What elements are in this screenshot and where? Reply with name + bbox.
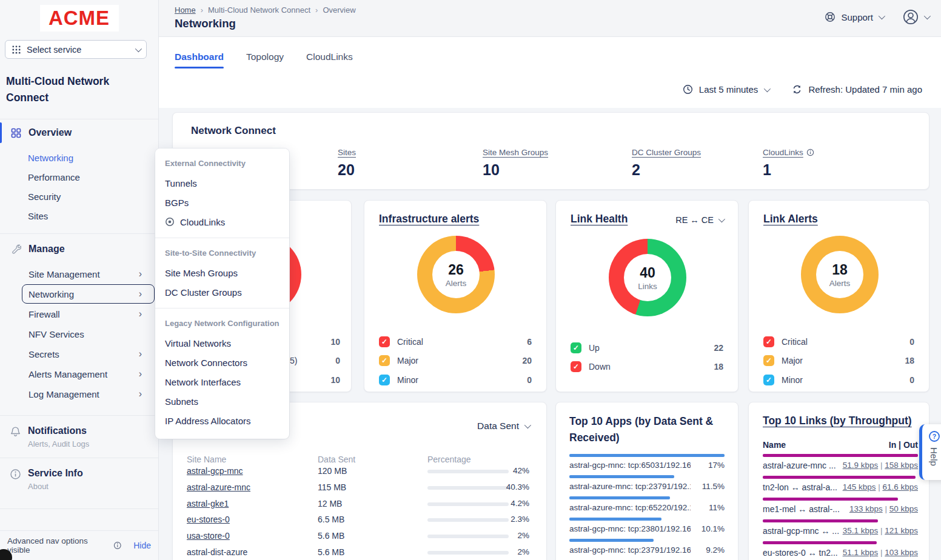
legend-checkbox[interactable]: ✓	[763, 336, 774, 347]
support-button[interactable]: Support	[841, 12, 873, 22]
flyout-menu-item[interactable]: Site Mesh Groups	[155, 263, 289, 282]
help-question-icon: ?	[928, 430, 940, 442]
legend-checkbox[interactable]: ✓	[379, 375, 390, 385]
link-out-value[interactable]: 121 kbps	[885, 526, 918, 535]
link-in-value[interactable]: 145 kbps	[843, 482, 876, 492]
flyout-menu-item[interactable]: Network Interfaces	[155, 372, 289, 392]
links-table-header: Name In | Out	[763, 440, 918, 450]
link-health-donut[interactable]: 40 Links	[609, 239, 686, 316]
acme-logo[interactable]: ACME	[40, 5, 119, 32]
sidebar-overview-item[interactable]: Security	[0, 187, 158, 206]
sidebar-item-label: NFV Services	[28, 329, 84, 339]
link-alerts-legend: ✓ Critical 0 ✓ Major 18 ✓ Minor 0	[763, 332, 914, 390]
site-name-link[interactable]: usa-store-0	[187, 531, 230, 541]
flyout-section-items: Virtual Networks Network Connectors Netw…	[155, 333, 289, 430]
sidebar-overview-item[interactable]: Performance	[0, 167, 158, 187]
flyout-menu-item[interactable]: Tunnels	[155, 173, 289, 193]
top-links-title[interactable]: Top 10 Links (by Throughput)	[763, 415, 912, 427]
stat-label-link[interactable]: Site Mesh Groups	[483, 148, 548, 157]
link-name: astral-gcp-mnc ↔ ...	[763, 526, 839, 536]
legend-checkbox[interactable]: ✓	[763, 355, 774, 366]
top-apps-card: Top 10 Apps (by Data Sent & Received) as…	[555, 402, 738, 560]
stat-label-link[interactable]: DC Cluster Groups	[632, 148, 701, 157]
tab[interactable]: Dashboard	[175, 52, 224, 68]
flyout-menu-item[interactable]: DC Cluster Groups	[155, 282, 289, 302]
link-out-value[interactable]: 158 kbps	[885, 461, 918, 470]
refresh-status[interactable]: Refresh: Updated 7 min ago	[808, 84, 922, 95]
breadcrumb-item[interactable]: Overview	[323, 5, 355, 15]
service-info-label: Service Info	[0, 468, 158, 479]
link-out-value[interactable]: 103 kbps	[885, 548, 918, 557]
chevron-down-icon[interactable]	[879, 13, 885, 19]
legend-checkbox[interactable]: ✓	[379, 355, 390, 366]
donut-center-value: 18	[832, 262, 848, 278]
sidebar-manage-item[interactable]: Networking ›	[22, 284, 155, 304]
site-name-link[interactable]: astral-gke1	[187, 499, 229, 508]
legend-row: ✓ Major 18	[763, 352, 914, 371]
tab[interactable]: Topology	[246, 52, 284, 68]
link-in-value[interactable]: 133 kbps	[849, 504, 883, 513]
chevron-down-icon[interactable]	[924, 13, 931, 19]
link-health-filter[interactable]: RE ↔ CE	[675, 215, 723, 225]
hide-nav-button[interactable]: Hide	[133, 541, 151, 550]
sidebar-manage-item[interactable]: Alerts Management ›	[22, 364, 155, 384]
legend-checkbox[interactable]: ✓	[571, 361, 581, 372]
flyout-menu-item[interactable]: CloudLinks	[155, 212, 289, 232]
help-tab[interactable]: ? Help	[919, 424, 941, 480]
flyout-menu-item[interactable]: Virtual Networks	[155, 333, 289, 353]
sidebar-manage-item[interactable]: Secrets ›	[22, 344, 155, 364]
infrastructure-alerts-donut[interactable]: 26 Alerts	[417, 236, 495, 313]
link-in-value[interactable]: 35.1 kbps	[843, 526, 879, 535]
link-out-value[interactable]: 61.6 kbps	[882, 482, 918, 492]
legend-checkbox[interactable]: ✓	[763, 375, 774, 385]
sidebar-manage-item[interactable]: Log Management ›	[22, 384, 155, 404]
legend-checkbox[interactable]: ✓	[379, 336, 390, 347]
stat-label-link[interactable]: Sites	[338, 148, 356, 157]
legend-value: 0	[909, 337, 914, 347]
site-data-sent: 115 MB	[318, 482, 346, 492]
stat-value: 2	[632, 161, 701, 179]
link-health-title[interactable]: Link Health	[571, 213, 628, 225]
list-item: eu-stores-0 ↔ tn2... 51.1 kbps | 103 kbp…	[763, 541, 918, 558]
flyout-menu-item[interactable]: Subnets	[155, 392, 289, 411]
help-tab-label: Help	[929, 447, 939, 466]
stat-label-link[interactable]: CloudLinks	[763, 148, 814, 157]
sites-metric-filter[interactable]: Data Sent	[477, 421, 529, 432]
flyout-section: Site-to-Site Connectivity Site Mesh Grou…	[155, 238, 289, 308]
account-avatar-icon[interactable]	[903, 9, 919, 25]
link-alerts-title[interactable]: Link Alerts	[763, 213, 818, 225]
flyout-menu-item[interactable]: BGPs	[155, 193, 289, 212]
breadcrumb-item[interactable]: Home	[175, 5, 196, 15]
sidebar-overview-item[interactable]: Networking	[0, 148, 158, 167]
flyout-menu-item[interactable]: IP Address Allocators	[155, 411, 289, 430]
infrastructure-alerts-title[interactable]: Infrastructure alerts	[379, 213, 479, 225]
link-in-value[interactable]: 51.1 kbps	[843, 548, 879, 557]
service-selector[interactable]: Select service	[5, 40, 147, 59]
sidebar-section-overview[interactable]: Overview	[0, 119, 158, 146]
site-name-link[interactable]: astral-gcp-mnc	[187, 466, 243, 476]
sidebar-overview-item[interactable]: Sites	[0, 206, 158, 225]
sidebar-section-manage[interactable]: Manage	[0, 236, 158, 262]
acme-logo-text: ACME	[49, 7, 110, 30]
refresh-icon[interactable]	[792, 84, 802, 95]
site-name-link[interactable]: eu-stores-0	[187, 515, 230, 524]
link-alerts-donut[interactable]: 18 Alerts	[801, 236, 879, 313]
site-name-link[interactable]: astral-dist-azure	[187, 547, 247, 557]
sidebar-service-info[interactable]: Service Info About	[0, 458, 158, 500]
tab[interactable]: CloudLinks	[306, 52, 353, 68]
site-name-link[interactable]: astral-azure-mnc	[187, 482, 250, 492]
sidebar-manage-item[interactable]: Firewall ›	[22, 304, 155, 324]
chevron-down-icon[interactable]	[764, 85, 771, 92]
flyout-menu-item[interactable]: Network Connectors	[155, 353, 289, 372]
time-range-selector[interactable]: Last 5 minutes	[699, 84, 758, 95]
link-in-value[interactable]: 51.9 kbps	[843, 461, 879, 470]
sidebar-manage-item[interactable]: NFV Services	[22, 324, 155, 344]
sidebar-notifications[interactable]: Notifications Alerts, Audit Logs	[0, 416, 158, 458]
cloudlinks-icon	[165, 217, 175, 227]
breadcrumb-separator: ›	[201, 5, 203, 15]
breadcrumb-item[interactable]: Multi-Cloud Network Connect	[208, 5, 310, 15]
sidebar-manage-item[interactable]: Site Management ›	[22, 264, 155, 284]
networking-flyout-menu: External Connectivity Tunnels BGPs Cloud…	[155, 148, 289, 439]
legend-checkbox[interactable]: ✓	[571, 342, 581, 353]
link-out-value[interactable]: 50 kbps	[889, 504, 918, 513]
